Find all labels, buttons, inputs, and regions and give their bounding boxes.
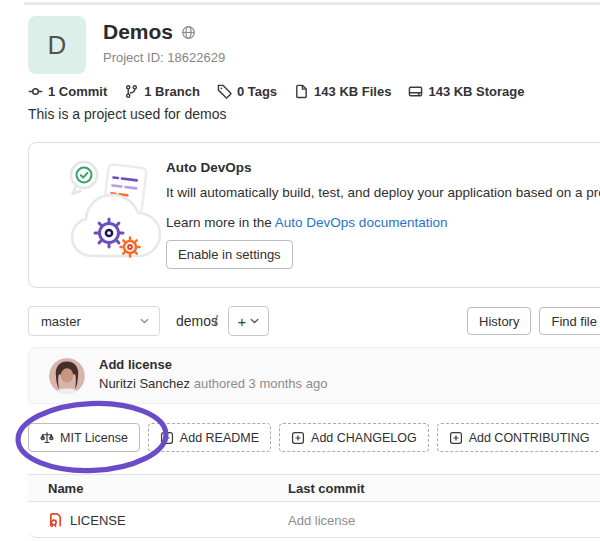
breadcrumb-separator: / (214, 313, 218, 329)
enable-in-settings-label: Enable in settings (178, 247, 281, 262)
add-changelog-label: Add CHANGELOG (311, 431, 417, 445)
mit-license-label: MIT License (60, 431, 128, 445)
find-file-label: Find file (551, 314, 597, 329)
file-name-cell[interactable]: LICENSE (48, 512, 126, 527)
stat-label: 0 Tags (237, 84, 277, 99)
auto-devops-illustration-icon (62, 154, 172, 276)
page-title: Demos (103, 20, 196, 44)
branch-selector[interactable]: master (28, 306, 160, 336)
stat-commits[interactable]: 1 Commit (28, 84, 107, 99)
project-title-text: Demos (103, 20, 173, 44)
find-file-button[interactable]: Find file (539, 307, 600, 335)
add-contributing-button[interactable]: Add CONTRIBUTING (437, 423, 600, 452)
commit-author[interactable]: Nuritzi Sanchez (99, 376, 190, 391)
stat-label: 1 Commit (48, 84, 107, 99)
stat-label: 143 KB Storage (428, 84, 524, 99)
stat-label: 143 KB Files (314, 84, 391, 99)
project-avatar: D (28, 16, 86, 74)
add-file-dropdown-button[interactable]: + (228, 306, 269, 336)
column-header-name: Name (48, 481, 83, 496)
chevron-down-icon (250, 318, 259, 324)
auto-devops-learn-more: Learn more in the Auto DevOps documentat… (166, 215, 447, 230)
add-readme-button[interactable]: Add README (148, 423, 271, 452)
commit-title[interactable]: Add license (99, 357, 172, 372)
file-last-commit-cell[interactable]: Add license (288, 512, 355, 527)
auto-devops-title: Auto DevOps (166, 160, 252, 175)
plus-square-icon (160, 431, 174, 445)
stat-files[interactable]: 143 KB Files (294, 84, 391, 99)
storage-icon (408, 84, 423, 99)
tab-bar-divider (24, 2, 600, 5)
last-commit-bar: Add license Nuritzi Sanchez authored 3 m… (28, 347, 600, 404)
chevron-down-icon (140, 318, 149, 324)
add-contributing-label: Add CONTRIBUTING (469, 431, 590, 445)
author-avatar (49, 358, 85, 394)
tree-actions: History Find file (467, 307, 600, 335)
breadcrumb-project[interactable]: demos (176, 313, 218, 329)
project-avatar-letter: D (48, 30, 67, 61)
project-description: This is a project used for demos (28, 106, 226, 122)
stat-storage[interactable]: 143 KB Storage (408, 84, 524, 99)
enable-in-settings-button[interactable]: Enable in settings (166, 240, 293, 269)
auto-devops-doc-link[interactable]: Auto DevOps documentation (275, 215, 448, 230)
table-row[interactable]: LICENSE Add license (28, 502, 600, 538)
license-file-icon (48, 512, 63, 527)
learn-more-prefix: Learn more in the (166, 215, 275, 230)
check-bubble (71, 162, 97, 194)
files-icon (294, 84, 309, 99)
commit-meta: authored 3 months ago (194, 376, 328, 391)
file-name-label: LICENSE (70, 512, 126, 527)
commit-byline: Nuritzi Sanchez authored 3 months ago (99, 376, 327, 391)
add-readme-label: Add README (180, 431, 259, 445)
tag-icon (217, 84, 232, 99)
commit-icon (28, 84, 43, 99)
add-changelog-button[interactable]: Add CHANGELOG (279, 423, 429, 452)
stat-label: 1 Branch (144, 84, 200, 99)
stat-branches[interactable]: 1 Branch (124, 84, 200, 99)
author-avatar-image (49, 358, 85, 394)
branch-icon (124, 84, 139, 99)
history-button[interactable]: History (467, 307, 531, 335)
plus-square-icon (449, 431, 463, 445)
plus-icon: + (238, 313, 247, 330)
table-header-row: Name Last commit (28, 474, 600, 502)
project-id: Project ID: 18622629 (103, 50, 225, 65)
globe-icon (181, 25, 196, 40)
plus-square-icon (291, 431, 305, 445)
history-label: History (479, 314, 519, 329)
file-table: Name Last commit LICENSE Add license (28, 474, 600, 538)
column-header-last-commit: Last commit (288, 481, 365, 496)
mit-license-button[interactable]: MIT License (28, 423, 140, 452)
scale-icon (40, 431, 54, 445)
branch-selector-value: master (41, 314, 81, 329)
auto-devops-body: It will automatically build, test, and d… (166, 185, 600, 200)
suggested-files-row: MIT License Add README Add CHANGELOG Add… (28, 423, 600, 452)
stat-tags[interactable]: 0 Tags (217, 84, 277, 99)
project-stats: 1 Commit 1 Branch 0 Tags 143 KB Files 14… (28, 84, 525, 99)
